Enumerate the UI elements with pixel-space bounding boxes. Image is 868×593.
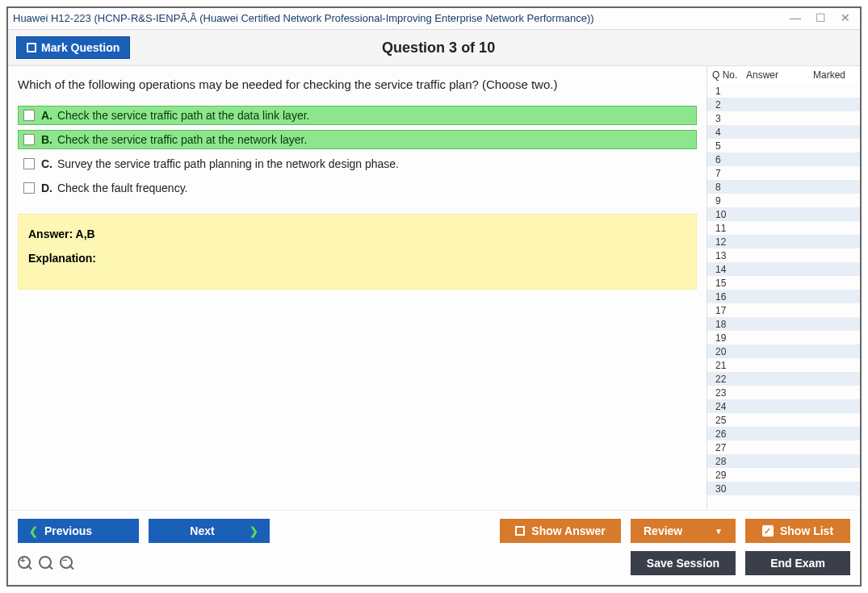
minimize-icon[interactable]: — xyxy=(790,11,801,24)
question-row[interactable]: 18 xyxy=(707,317,860,331)
check-icon: ✓ xyxy=(762,525,774,537)
question-row[interactable]: 26 xyxy=(707,427,860,441)
show-answer-button[interactable]: Show Answer xyxy=(500,519,621,543)
show-list-button[interactable]: ✓ Show List xyxy=(745,519,850,543)
zoom-in-icon[interactable]: + xyxy=(18,556,32,570)
q-number: 24 xyxy=(712,401,746,412)
question-row[interactable]: 12 xyxy=(707,235,860,248)
checkbox-icon[interactable] xyxy=(23,134,35,145)
chevron-left-icon: ❮ xyxy=(29,525,38,537)
checkbox-icon xyxy=(515,526,525,536)
option-b[interactable]: B. Check the service traffic path at the… xyxy=(18,130,697,149)
q-number: 6 xyxy=(712,154,746,165)
q-number: 18 xyxy=(712,319,746,330)
q-number: 28 xyxy=(712,456,746,467)
question-row[interactable]: 23 xyxy=(707,386,860,399)
question-row[interactable]: 11 xyxy=(707,221,860,235)
end-exam-button[interactable]: End Exam xyxy=(745,551,850,575)
question-row[interactable]: 29 xyxy=(707,468,860,482)
explanation-label: Explanation: xyxy=(28,252,686,265)
question-row[interactable]: 5 xyxy=(707,139,860,152)
question-row[interactable]: 6 xyxy=(707,152,860,166)
option-text: Check the service traffic path at the ne… xyxy=(57,133,307,146)
checkbox-icon xyxy=(27,43,36,52)
question-row[interactable]: 30 xyxy=(707,482,860,495)
question-row[interactable]: 2 xyxy=(707,98,860,111)
q-number: 5 xyxy=(712,140,746,152)
q-number: 9 xyxy=(712,195,746,207)
question-row[interactable]: 9 xyxy=(707,194,860,207)
question-row[interactable]: 27 xyxy=(707,441,860,454)
window-title: Huawei H12-223 (HCNP-R&S-IENPÃ‚Â (Huawei… xyxy=(13,12,790,24)
option-text: Check the fault frequency. xyxy=(57,182,188,194)
question-row[interactable]: 21 xyxy=(707,358,860,372)
checkbox-icon[interactable] xyxy=(23,110,35,121)
question-row[interactable]: 10 xyxy=(707,207,860,221)
question-row[interactable]: 19 xyxy=(707,331,860,345)
question-row[interactable]: 15 xyxy=(707,276,860,290)
question-row[interactable]: 14 xyxy=(707,262,860,276)
question-list-header: Q No. Answer Marked xyxy=(707,66,860,84)
mark-question-button[interactable]: Mark Question xyxy=(16,36,130,59)
q-number: 13 xyxy=(712,250,746,261)
q-number: 23 xyxy=(712,387,746,399)
option-text: Check the service traffic path at the da… xyxy=(57,109,310,122)
q-number: 16 xyxy=(712,291,746,303)
q-number: 15 xyxy=(712,278,746,289)
question-row[interactable]: 8 xyxy=(707,180,860,194)
previous-label: Previous xyxy=(44,524,92,537)
q-number: 14 xyxy=(712,264,746,275)
q-number: 19 xyxy=(712,332,746,344)
question-row[interactable]: 1 xyxy=(707,84,860,98)
q-number: 21 xyxy=(712,360,746,371)
q-number: 10 xyxy=(712,209,746,220)
save-session-label: Save Session xyxy=(647,557,719,570)
question-row[interactable]: 20 xyxy=(707,345,860,358)
col-answer: Answer xyxy=(746,69,803,81)
option-letter: D. xyxy=(41,182,52,194)
end-exam-label: End Exam xyxy=(770,557,825,570)
next-button[interactable]: Next ❯ xyxy=(149,519,270,543)
next-label: Next xyxy=(161,524,243,537)
option-a[interactable]: A. Check the service traffic path at the… xyxy=(18,106,697,125)
option-text: Survey the service traffic path planning… xyxy=(57,157,399,170)
question-row[interactable]: 24 xyxy=(707,399,860,413)
body: Which of the following operations may be… xyxy=(8,66,860,510)
question-row[interactable]: 25 xyxy=(707,413,860,427)
q-number: 11 xyxy=(712,223,746,234)
question-list[interactable]: 1234567891011121314151617181920212223242… xyxy=(707,84,860,510)
question-row[interactable]: 28 xyxy=(707,454,860,468)
answer-text: Answer: A,B xyxy=(28,228,686,240)
question-panel: Which of the following operations may be… xyxy=(8,66,707,510)
maximize-icon[interactable]: ☐ xyxy=(816,11,826,24)
zoom-out-icon[interactable]: − xyxy=(60,556,74,570)
zoom-reset-icon[interactable] xyxy=(39,556,53,570)
question-row[interactable]: 22 xyxy=(707,372,860,386)
question-row[interactable]: 7 xyxy=(707,166,860,180)
q-number: 8 xyxy=(712,182,746,193)
col-marked: Marked xyxy=(803,69,855,81)
review-button[interactable]: Review ▼ xyxy=(631,519,736,543)
caret-down-icon: ▼ xyxy=(715,527,723,536)
q-number: 17 xyxy=(712,305,746,316)
q-number: 7 xyxy=(712,168,746,179)
question-indicator: Question 3 of 10 xyxy=(130,40,747,56)
question-row[interactable]: 13 xyxy=(707,248,860,262)
question-row[interactable]: 17 xyxy=(707,303,860,317)
question-row[interactable]: 3 xyxy=(707,111,860,125)
save-session-button[interactable]: Save Session xyxy=(631,551,736,575)
checkbox-icon[interactable] xyxy=(23,182,35,194)
previous-button[interactable]: ❮ Previous xyxy=(18,519,139,543)
question-row[interactable]: 16 xyxy=(707,290,860,303)
footer-buttons-row2: + − Save Session End Exam xyxy=(18,551,850,575)
checkbox-icon[interactable] xyxy=(23,158,35,169)
option-d[interactable]: D. Check the fault frequency. xyxy=(18,178,697,198)
close-icon[interactable]: ✕ xyxy=(841,11,850,24)
q-number: 26 xyxy=(712,428,746,440)
q-number: 20 xyxy=(712,346,746,357)
question-row[interactable]: 4 xyxy=(707,125,860,139)
option-c[interactable]: C. Survey the service traffic path plann… xyxy=(18,154,697,173)
option-letter: C. xyxy=(41,157,52,170)
footer: ❮ Previous Next ❯ Show Answer Review ▼ ✓… xyxy=(8,510,860,585)
question-text: Which of the following operations may be… xyxy=(18,77,697,91)
